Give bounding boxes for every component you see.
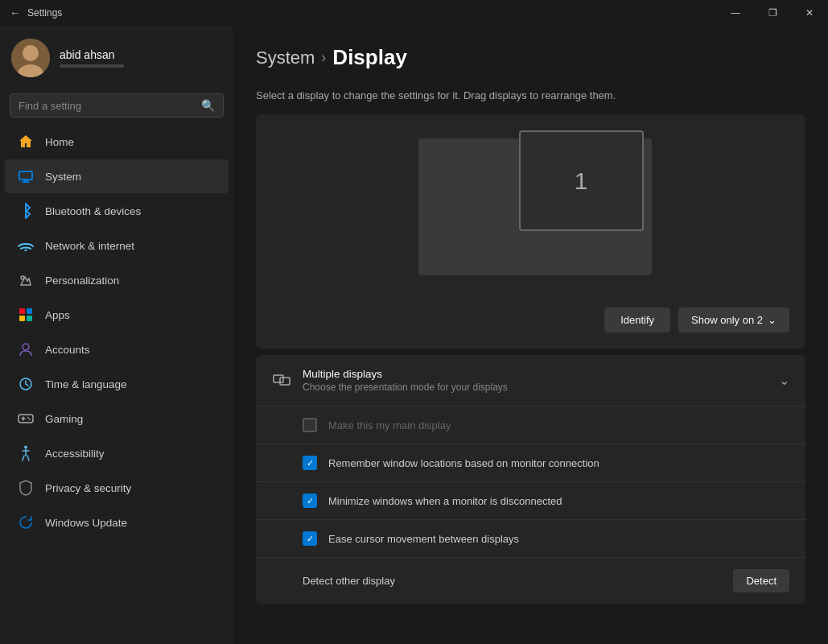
sidebar-item-accessibility[interactable]: Accessibility [5,436,229,470]
setting-row-minimize-windows: Minimize windows when a monitor is disco… [256,481,805,519]
sidebar-item-update[interactable]: Windows Update [5,506,229,539]
title-bar-left: ← Settings [10,6,62,19]
sidebar-item-bluetooth[interactable]: Bluetooth & devices [5,194,229,228]
minimize-windows-label: Minimize windows when a monitor is disco… [328,495,562,507]
sidebar-item-network-label: Network & internet [45,240,134,252]
main-display-label: Make this my main display [328,419,451,431]
avatar [11,39,50,77]
monitors-container: 2 1 [272,130,789,291]
minimize-button[interactable]: — [717,0,754,26]
ease-cursor-checkbox[interactable] [303,531,317,546]
multiple-displays-section: Multiple displays Choose the presentatio… [256,355,805,604]
update-icon [18,514,34,530]
accessibility-icon [18,445,34,461]
remember-window-checkbox[interactable] [303,456,317,470]
svg-rect-11 [27,316,32,321]
search-box: 🔍 [10,93,224,118]
sidebar-item-home[interactable]: Home [5,125,229,159]
ease-cursor-wrapper: Ease cursor movement between displays [303,531,519,546]
section-title: Multiple displays [303,368,508,380]
network-icon [18,237,34,254]
svg-point-19 [24,446,27,449]
multiple-displays-icon [272,371,291,390]
section-title-group: Multiple displays Choose the presentatio… [303,368,508,393]
sidebar-item-accounts-label: Accounts [45,344,90,356]
svg-point-18 [29,419,31,420]
show-only-button[interactable]: Show only on 2 ⌄ [678,308,789,332]
svg-rect-8 [19,308,25,314]
breadcrumb: System › Display [256,45,805,70]
breadcrumb-chevron: › [321,49,326,66]
svg-rect-10 [19,316,25,321]
user-info: abid ahsan [60,48,124,68]
sidebar-item-gaming-label: Gaming [45,413,83,425]
section-subtitle: Choose the presentation mode for your di… [303,382,508,393]
time-icon [18,376,34,392]
sidebar: abid ahsan 🔍 Home [0,26,233,644]
minimize-windows-wrapper: Minimize windows when a monitor is disco… [303,493,562,508]
search-input[interactable] [19,100,195,112]
sidebar-item-accounts[interactable]: Accounts [5,332,229,366]
apps-icon [18,307,34,323]
content-area: System › Display Select a display to cha… [233,26,828,644]
display-preview: 2 1 Identify Show only on 2 ⌄ [256,114,805,349]
app-title: Settings [27,7,62,19]
sidebar-nav: Home System [0,124,233,540]
detect-label: Detect other display [303,575,395,587]
sidebar-item-network[interactable]: Network & internet [5,229,229,262]
sidebar-item-personalization[interactable]: Personalization [5,263,229,297]
sidebar-item-apps[interactable]: Apps [5,298,229,332]
svg-rect-21 [280,378,290,385]
sidebar-item-system[interactable]: System [5,159,229,193]
svg-rect-5 [22,181,30,183]
svg-rect-9 [27,308,32,314]
breadcrumb-parent[interactable]: System [256,47,315,68]
close-button[interactable]: ✕ [791,0,828,26]
accounts-icon [18,341,34,357]
user-status-bar [60,64,124,68]
setting-row-remember-window: Remember window locations based on monit… [256,444,805,481]
main-display-checkbox[interactable] [303,418,317,432]
title-bar-controls: — ❐ ✕ [717,0,828,26]
maximize-button[interactable]: ❐ [754,0,791,26]
sidebar-item-privacy[interactable]: Privacy & security [5,471,229,505]
sidebar-item-accessibility-label: Accessibility [45,448,105,460]
breadcrumb-current: Display [332,45,407,70]
remember-window-label: Remember window locations based on monit… [328,457,599,469]
sidebar-item-update-label: Windows Update [45,517,127,529]
back-icon[interactable]: ← [10,6,21,19]
collapse-icon: ⌄ [779,373,789,388]
setting-row-ease-cursor: Ease cursor movement between displays [256,519,805,557]
identify-button[interactable]: Identify [604,308,670,332]
sidebar-item-home-label: Home [45,136,74,148]
user-profile[interactable]: abid ahsan [0,26,233,90]
sidebar-item-personalization-label: Personalization [45,275,119,287]
main-layout: abid ahsan 🔍 Home [0,26,828,644]
title-bar: ← Settings — ❐ ✕ [0,0,828,26]
personalization-icon [18,272,34,288]
sidebar-item-time[interactable]: Time & language [5,367,229,401]
show-only-label: Show only on 2 [691,314,763,326]
svg-point-12 [23,344,29,350]
ease-cursor-label: Ease cursor movement between displays [328,533,519,545]
chevron-down-icon: ⌄ [768,314,777,326]
sidebar-item-apps-label: Apps [45,309,70,321]
minimize-windows-checkbox[interactable] [303,493,317,508]
svg-point-6 [25,250,27,252]
svg-point-7 [21,276,24,279]
section-header-left: Multiple displays Choose the presentatio… [272,368,508,393]
sidebar-item-privacy-label: Privacy & security [45,482,131,494]
home-icon [18,134,34,150]
detect-button[interactable]: Detect [733,569,789,592]
svg-rect-14 [19,415,33,423]
search-icon: 🔍 [201,99,215,112]
setting-row-main-display: Make this my main display [256,406,805,444]
sidebar-item-system-label: System [45,171,81,183]
sidebar-item-gaming[interactable]: Gaming [5,402,229,436]
remember-window-wrapper: Remember window locations based on monit… [303,456,599,470]
multiple-displays-header[interactable]: Multiple displays Choose the presentatio… [256,355,805,406]
setting-row-detect: Detect other display Detect [256,557,805,604]
sidebar-item-bluetooth-label: Bluetooth & devices [45,205,141,217]
monitor-1[interactable]: 1 [519,130,644,231]
svg-rect-3 [19,171,32,180]
